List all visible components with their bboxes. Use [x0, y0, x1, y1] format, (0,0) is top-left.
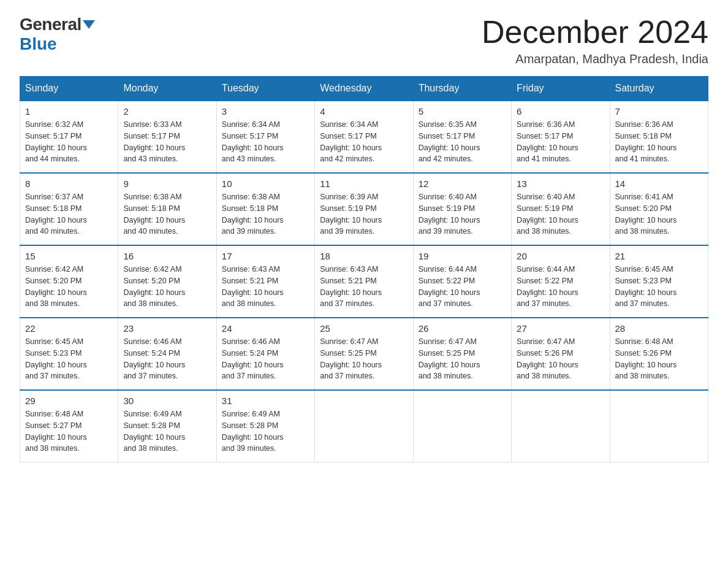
day-info: Sunrise: 6:49 AMSunset: 5:28 PMDaylight:… [222, 408, 309, 454]
header-row: SundayMondayTuesdayWednesdayThursdayFrid… [20, 77, 708, 101]
week-row-1: 1 Sunrise: 6:32 AMSunset: 5:17 PMDayligh… [20, 101, 708, 173]
calendar-cell: 5 Sunrise: 6:35 AMSunset: 5:17 PMDayligh… [413, 101, 511, 173]
day-number: 5 [419, 106, 506, 117]
calendar-cell: 29 Sunrise: 6:48 AMSunset: 5:27 PMDaylig… [20, 390, 118, 462]
day-info: Sunrise: 6:40 AMSunset: 5:19 PMDaylight:… [419, 191, 506, 237]
day-number: 2 [123, 106, 211, 117]
day-info: Sunrise: 6:34 AMSunset: 5:17 PMDaylight:… [222, 119, 309, 165]
day-number: 15 [25, 251, 113, 261]
calendar-cell: 18 Sunrise: 6:43 AMSunset: 5:21 PMDaylig… [315, 245, 413, 318]
calendar-cell: 24 Sunrise: 6:46 AMSunset: 5:24 PMDaylig… [216, 318, 314, 390]
day-info: Sunrise: 6:49 AMSunset: 5:28 PMDaylight:… [123, 408, 211, 454]
day-info: Sunrise: 6:43 AMSunset: 5:21 PMDaylight:… [222, 264, 309, 310]
calendar-cell: 7 Sunrise: 6:36 AMSunset: 5:18 PMDayligh… [610, 101, 708, 173]
day-number: 16 [123, 251, 211, 261]
day-info: Sunrise: 6:47 AMSunset: 5:25 PMDaylight:… [419, 336, 506, 382]
day-info: Sunrise: 6:47 AMSunset: 5:26 PMDaylight:… [517, 336, 604, 382]
day-number: 10 [222, 178, 309, 189]
day-number: 31 [222, 396, 309, 406]
day-info: Sunrise: 6:44 AMSunset: 5:22 PMDaylight:… [517, 264, 604, 310]
day-number: 7 [615, 106, 703, 117]
day-number: 30 [123, 396, 211, 406]
day-info: Sunrise: 6:36 AMSunset: 5:17 PMDaylight:… [517, 119, 604, 165]
calendar-cell: 15 Sunrise: 6:42 AMSunset: 5:20 PMDaylig… [20, 245, 118, 318]
calendar-cell: 17 Sunrise: 6:43 AMSunset: 5:21 PMDaylig… [216, 245, 314, 318]
header-friday: Friday [512, 77, 610, 101]
day-number: 14 [615, 178, 703, 189]
day-info: Sunrise: 6:36 AMSunset: 5:18 PMDaylight:… [615, 119, 703, 165]
calendar-cell [512, 390, 610, 462]
day-number: 18 [320, 251, 408, 261]
calendar-cell: 4 Sunrise: 6:34 AMSunset: 5:17 PMDayligh… [315, 101, 413, 173]
calendar-cell: 3 Sunrise: 6:34 AMSunset: 5:17 PMDayligh… [216, 101, 314, 173]
calendar-cell: 28 Sunrise: 6:48 AMSunset: 5:26 PMDaylig… [610, 318, 708, 390]
day-info: Sunrise: 6:48 AMSunset: 5:27 PMDaylight:… [25, 408, 113, 454]
calendar-cell: 13 Sunrise: 6:40 AMSunset: 5:19 PMDaylig… [512, 173, 610, 245]
day-number: 4 [320, 106, 408, 117]
calendar-cell: 23 Sunrise: 6:46 AMSunset: 5:24 PMDaylig… [118, 318, 216, 390]
calendar-body: 1 Sunrise: 6:32 AMSunset: 5:17 PMDayligh… [20, 101, 708, 462]
calendar-cell: 14 Sunrise: 6:41 AMSunset: 5:20 PMDaylig… [610, 173, 708, 245]
day-info: Sunrise: 6:41 AMSunset: 5:20 PMDaylight:… [615, 191, 703, 237]
day-number: 20 [517, 251, 604, 261]
calendar-cell: 22 Sunrise: 6:45 AMSunset: 5:23 PMDaylig… [20, 318, 118, 390]
logo-blue-text: Blue [20, 34, 57, 54]
calendar-cell: 19 Sunrise: 6:44 AMSunset: 5:22 PMDaylig… [413, 245, 511, 318]
day-info: Sunrise: 6:38 AMSunset: 5:18 PMDaylight:… [222, 191, 309, 237]
week-row-5: 29 Sunrise: 6:48 AMSunset: 5:27 PMDaylig… [20, 390, 708, 462]
title-block: December 2024 Amarpatan, Madhya Pradesh,… [482, 15, 708, 66]
day-info: Sunrise: 6:37 AMSunset: 5:18 PMDaylight:… [25, 191, 113, 237]
calendar-cell: 6 Sunrise: 6:36 AMSunset: 5:17 PMDayligh… [512, 101, 610, 173]
header-sunday: Sunday [20, 77, 118, 101]
day-info: Sunrise: 6:45 AMSunset: 5:23 PMDaylight:… [615, 264, 703, 310]
day-info: Sunrise: 6:47 AMSunset: 5:25 PMDaylight:… [320, 336, 408, 382]
day-number: 27 [517, 323, 604, 334]
day-number: 26 [419, 323, 506, 334]
day-number: 6 [517, 106, 604, 117]
day-number: 8 [25, 178, 113, 189]
day-info: Sunrise: 6:32 AMSunset: 5:17 PMDaylight:… [25, 119, 113, 165]
header-monday: Monday [118, 77, 216, 101]
day-number: 19 [419, 251, 506, 261]
day-number: 28 [615, 323, 703, 334]
calendar-cell [413, 390, 511, 462]
day-info: Sunrise: 6:39 AMSunset: 5:19 PMDaylight:… [320, 191, 408, 237]
subtitle: Amarpatan, Madhya Pradesh, India [482, 52, 708, 66]
day-info: Sunrise: 6:42 AMSunset: 5:20 PMDaylight:… [25, 264, 113, 310]
day-number: 13 [517, 178, 604, 189]
header-tuesday: Tuesday [216, 77, 314, 101]
calendar-cell: 11 Sunrise: 6:39 AMSunset: 5:19 PMDaylig… [315, 173, 413, 245]
logo: General Blue [20, 15, 95, 54]
day-number: 11 [320, 178, 408, 189]
day-info: Sunrise: 6:44 AMSunset: 5:22 PMDaylight:… [419, 264, 506, 310]
calendar-header: SundayMondayTuesdayWednesdayThursdayFrid… [20, 77, 708, 101]
calendar-cell: 21 Sunrise: 6:45 AMSunset: 5:23 PMDaylig… [610, 245, 708, 318]
calendar-cell: 9 Sunrise: 6:38 AMSunset: 5:18 PMDayligh… [118, 173, 216, 245]
calendar-cell: 12 Sunrise: 6:40 AMSunset: 5:19 PMDaylig… [413, 173, 511, 245]
calendar-cell: 20 Sunrise: 6:44 AMSunset: 5:22 PMDaylig… [512, 245, 610, 318]
day-info: Sunrise: 6:35 AMSunset: 5:17 PMDaylight:… [419, 119, 506, 165]
week-row-2: 8 Sunrise: 6:37 AMSunset: 5:18 PMDayligh… [20, 173, 708, 245]
day-number: 9 [123, 178, 211, 189]
logo-general-row: General [20, 15, 95, 34]
main-title: December 2024 [482, 15, 708, 50]
day-number: 12 [419, 178, 506, 189]
day-info: Sunrise: 6:48 AMSunset: 5:26 PMDaylight:… [615, 336, 703, 382]
calendar-table: SundayMondayTuesdayWednesdayThursdayFrid… [20, 76, 708, 462]
day-number: 24 [222, 323, 309, 334]
logo-arrow-icon [83, 20, 95, 29]
page-header: General Blue December 2024 Amarpatan, Ma… [20, 15, 708, 66]
day-info: Sunrise: 6:45 AMSunset: 5:23 PMDaylight:… [25, 336, 113, 382]
calendar-cell [610, 390, 708, 462]
calendar-cell: 27 Sunrise: 6:47 AMSunset: 5:26 PMDaylig… [512, 318, 610, 390]
header-thursday: Thursday [413, 77, 511, 101]
calendar-cell: 26 Sunrise: 6:47 AMSunset: 5:25 PMDaylig… [413, 318, 511, 390]
day-number: 17 [222, 251, 309, 261]
day-info: Sunrise: 6:33 AMSunset: 5:17 PMDaylight:… [123, 119, 211, 165]
calendar-cell [315, 390, 413, 462]
day-number: 3 [222, 106, 309, 117]
calendar-cell: 10 Sunrise: 6:38 AMSunset: 5:18 PMDaylig… [216, 173, 314, 245]
calendar-cell: 8 Sunrise: 6:37 AMSunset: 5:18 PMDayligh… [20, 173, 118, 245]
day-info: Sunrise: 6:46 AMSunset: 5:24 PMDaylight:… [123, 336, 211, 382]
logo-general-text: General [20, 15, 95, 34]
